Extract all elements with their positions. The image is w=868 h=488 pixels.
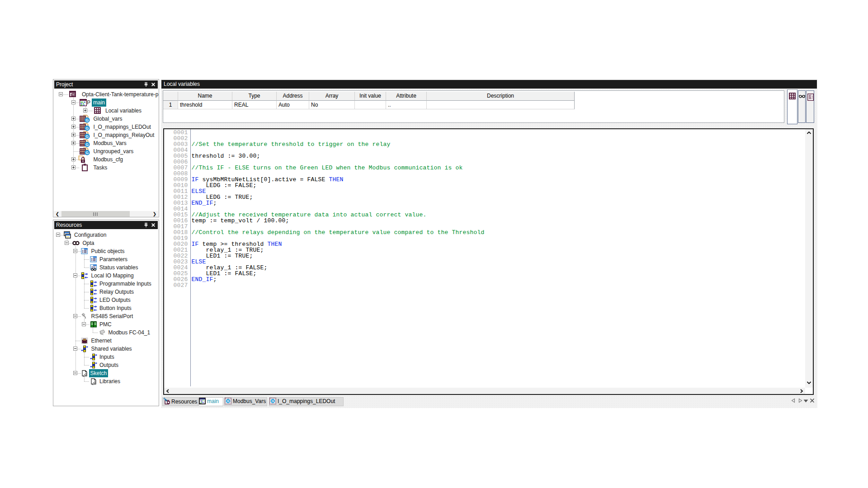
svg-text:G: G (85, 118, 89, 122)
svg-text:G: G (272, 399, 274, 403)
svg-text:G: G (227, 399, 230, 403)
svg-text:G: G (85, 126, 89, 131)
svg-text:G: G (85, 150, 89, 155)
svg-text:G: G (85, 142, 89, 147)
svg-text:G: G (85, 134, 89, 139)
